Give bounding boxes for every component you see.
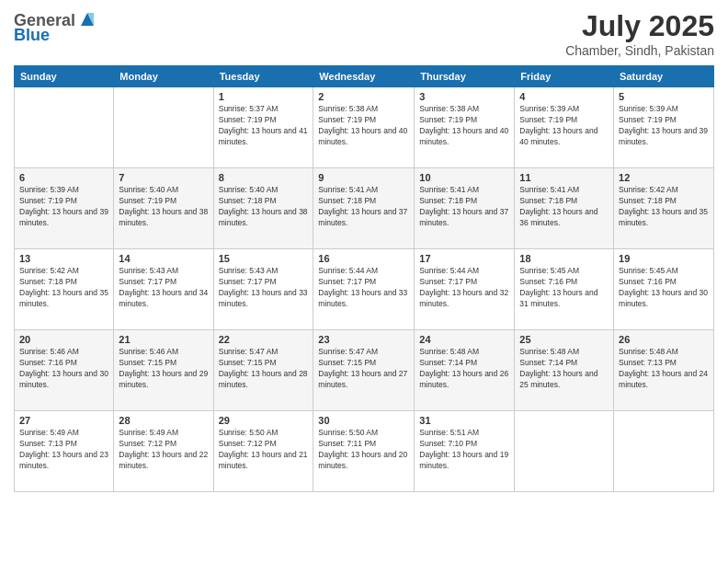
table-row: 27Sunrise: 5:49 AMSunset: 7:13 PMDayligh… [15,411,114,492]
day-number: 22 [219,334,309,345]
day-info: Sunrise: 5:48 AMSunset: 7:14 PMDaylight:… [419,347,509,391]
day-number: 15 [219,253,309,264]
day-info: Sunrise: 5:44 AMSunset: 7:17 PMDaylight:… [318,266,409,310]
table-row: 31Sunrise: 5:51 AMSunset: 7:10 PMDayligh… [415,411,515,492]
logo: General Blue [14,9,97,45]
day-info: Sunrise: 5:49 AMSunset: 7:12 PMDaylight:… [119,428,208,472]
table-row [15,87,114,168]
table-row: 22Sunrise: 5:47 AMSunset: 7:15 PMDayligh… [213,330,313,411]
day-number: 24 [419,334,509,345]
table-row: 29Sunrise: 5:50 AMSunset: 7:12 PMDayligh… [213,411,313,492]
day-info: Sunrise: 5:49 AMSunset: 7:13 PMDaylight:… [19,428,108,472]
day-info: Sunrise: 5:50 AMSunset: 7:12 PMDaylight:… [219,428,309,472]
table-row: 23Sunrise: 5:47 AMSunset: 7:15 PMDayligh… [313,330,415,411]
calendar-location: Chamber, Sindh, Pakistan [565,43,714,58]
day-info: Sunrise: 5:48 AMSunset: 7:14 PMDaylight:… [519,347,609,391]
day-info: Sunrise: 5:41 AMSunset: 7:18 PMDaylight:… [318,185,409,229]
table-row: 7Sunrise: 5:40 AMSunset: 7:19 PMDaylight… [114,168,213,249]
day-number: 4 [519,91,609,102]
day-info: Sunrise: 5:37 AMSunset: 7:19 PMDaylight:… [219,104,309,148]
table-row: 26Sunrise: 5:48 AMSunset: 7:13 PMDayligh… [614,330,714,411]
table-row: 8Sunrise: 5:40 AMSunset: 7:18 PMDaylight… [213,168,313,249]
col-sunday: Sunday [15,66,114,87]
table-row [515,411,614,492]
day-info: Sunrise: 5:47 AMSunset: 7:15 PMDaylight:… [219,347,309,391]
day-number: 20 [19,334,108,345]
table-row: 30Sunrise: 5:50 AMSunset: 7:11 PMDayligh… [313,411,415,492]
table-row: 3Sunrise: 5:38 AMSunset: 7:19 PMDaylight… [415,87,515,168]
table-row: 16Sunrise: 5:44 AMSunset: 7:17 PMDayligh… [313,249,415,330]
day-number: 16 [318,253,409,264]
day-number: 25 [519,334,609,345]
day-info: Sunrise: 5:42 AMSunset: 7:18 PMDaylight:… [619,185,709,229]
table-row: 1Sunrise: 5:37 AMSunset: 7:19 PMDaylight… [213,87,313,168]
calendar-header-row: Sunday Monday Tuesday Wednesday Thursday… [15,66,714,87]
day-info: Sunrise: 5:51 AMSunset: 7:10 PMDaylight:… [419,428,509,472]
day-number: 11 [519,172,609,183]
table-row: 9Sunrise: 5:41 AMSunset: 7:18 PMDaylight… [313,168,415,249]
table-row: 21Sunrise: 5:46 AMSunset: 7:15 PMDayligh… [114,330,213,411]
calendar-week-row: 27Sunrise: 5:49 AMSunset: 7:13 PMDayligh… [15,411,714,492]
day-number: 9 [318,172,409,183]
day-number: 29 [219,415,309,426]
day-info: Sunrise: 5:50 AMSunset: 7:11 PMDaylight:… [318,428,409,472]
calendar-week-row: 13Sunrise: 5:42 AMSunset: 7:18 PMDayligh… [15,249,714,330]
day-number: 27 [19,415,108,426]
day-info: Sunrise: 5:39 AMSunset: 7:19 PMDaylight:… [519,104,609,148]
day-info: Sunrise: 5:46 AMSunset: 7:16 PMDaylight:… [19,347,108,391]
col-friday: Friday [515,66,614,87]
day-number: 12 [619,172,709,183]
day-number: 19 [619,253,709,264]
col-thursday: Thursday [415,66,515,87]
table-row: 20Sunrise: 5:46 AMSunset: 7:16 PMDayligh… [15,330,114,411]
table-row: 5Sunrise: 5:39 AMSunset: 7:19 PMDaylight… [614,87,714,168]
calendar-table: Sunday Monday Tuesday Wednesday Thursday… [14,65,714,492]
day-number: 3 [419,91,509,102]
table-row: 15Sunrise: 5:43 AMSunset: 7:17 PMDayligh… [213,249,313,330]
logo-icon [77,9,97,29]
table-row: 17Sunrise: 5:44 AMSunset: 7:17 PMDayligh… [415,249,515,330]
day-number: 21 [119,334,208,345]
table-row: 14Sunrise: 5:43 AMSunset: 7:17 PMDayligh… [114,249,213,330]
day-info: Sunrise: 5:47 AMSunset: 7:15 PMDaylight:… [318,347,409,391]
table-row: 4Sunrise: 5:39 AMSunset: 7:19 PMDaylight… [515,87,614,168]
day-number: 17 [419,253,509,264]
table-row [614,411,714,492]
col-tuesday: Tuesday [213,66,313,87]
logo-blue: Blue [14,26,50,45]
table-row [114,87,213,168]
table-row: 24Sunrise: 5:48 AMSunset: 7:14 PMDayligh… [415,330,515,411]
day-info: Sunrise: 5:46 AMSunset: 7:15 PMDaylight:… [119,347,208,391]
table-row: 13Sunrise: 5:42 AMSunset: 7:18 PMDayligh… [15,249,114,330]
day-info: Sunrise: 5:42 AMSunset: 7:18 PMDaylight:… [19,266,108,310]
table-row: 2Sunrise: 5:38 AMSunset: 7:19 PMDaylight… [313,87,415,168]
table-row: 12Sunrise: 5:42 AMSunset: 7:18 PMDayligh… [614,168,714,249]
day-number: 31 [419,415,509,426]
table-row: 19Sunrise: 5:45 AMSunset: 7:16 PMDayligh… [614,249,714,330]
day-number: 14 [119,253,208,264]
page-header: General Blue July 2025 Chamber, Sindh, P… [14,9,714,58]
day-number: 26 [619,334,709,345]
day-number: 10 [419,172,509,183]
day-info: Sunrise: 5:43 AMSunset: 7:17 PMDaylight:… [219,266,309,310]
day-number: 30 [318,415,409,426]
day-info: Sunrise: 5:48 AMSunset: 7:13 PMDaylight:… [619,347,709,391]
calendar-week-row: 6Sunrise: 5:39 AMSunset: 7:19 PMDaylight… [15,168,714,249]
table-row: 11Sunrise: 5:41 AMSunset: 7:18 PMDayligh… [515,168,614,249]
table-row: 28Sunrise: 5:49 AMSunset: 7:12 PMDayligh… [114,411,213,492]
day-info: Sunrise: 5:41 AMSunset: 7:18 PMDaylight:… [519,185,609,229]
day-number: 28 [119,415,208,426]
calendar-title: July 2025 [565,9,714,43]
day-info: Sunrise: 5:40 AMSunset: 7:19 PMDaylight:… [119,185,208,229]
table-row: 6Sunrise: 5:39 AMSunset: 7:19 PMDaylight… [15,168,114,249]
day-number: 5 [619,91,709,102]
day-info: Sunrise: 5:39 AMSunset: 7:19 PMDaylight:… [19,185,108,229]
title-block: July 2025 Chamber, Sindh, Pakistan [565,9,714,58]
col-wednesday: Wednesday [313,66,415,87]
day-number: 2 [318,91,409,102]
col-saturday: Saturday [614,66,714,87]
col-monday: Monday [114,66,213,87]
day-number: 8 [219,172,309,183]
day-number: 1 [219,91,309,102]
day-info: Sunrise: 5:38 AMSunset: 7:19 PMDaylight:… [419,104,509,148]
